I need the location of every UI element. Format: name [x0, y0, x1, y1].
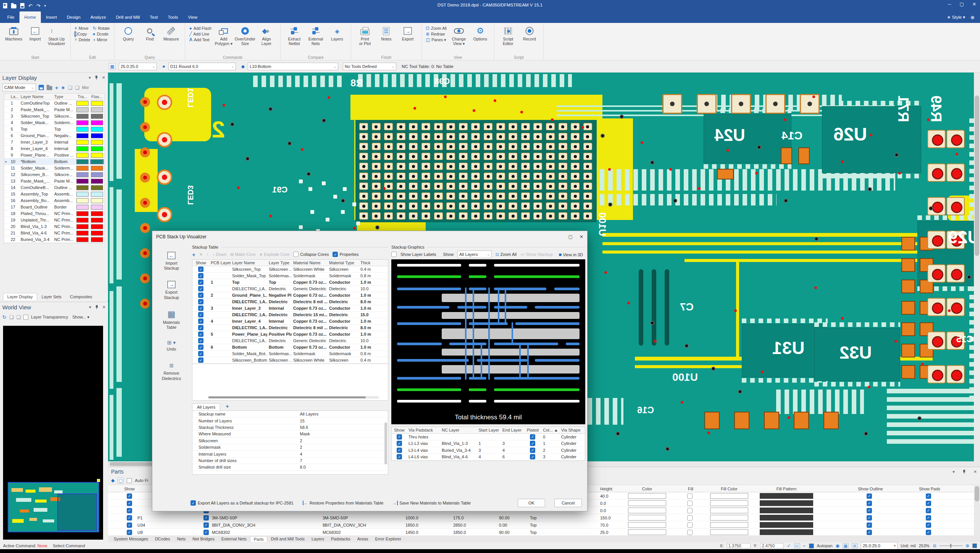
- bottom-tab-external-nets[interactable]: External Nets: [218, 536, 250, 542]
- property-row[interactable]: Silkscreen2: [192, 438, 388, 444]
- dcode-button[interactable]: ●Dcode: [92, 32, 110, 36]
- notes-button[interactable]: Notes: [376, 25, 397, 41]
- fill-pattern-swatch[interactable]: [760, 508, 813, 513]
- layer-row[interactable]: 2Paste_Mask_...Paste M...: [4, 107, 104, 113]
- tab-analyze[interactable]: Analyze: [86, 11, 111, 23]
- stackup-row[interactable]: DIELECTRIC_LA...DielectricDielectric 8 m…: [192, 325, 388, 331]
- import-stackup-button[interactable]: ←Import Stackup: [164, 252, 179, 271]
- add-layer-icon[interactable]: +: [192, 251, 195, 258]
- panes-button[interactable]: ◫Panes ▾: [426, 37, 447, 42]
- layer-row[interactable]: 15Assembly_TopAssemb...: [4, 191, 104, 197]
- restore-properties-button[interactable]: ←Restore Properties from Materials Table: [303, 501, 384, 505]
- parts-row[interactable]: U8MC68302MC683021450.01850.090.00Top25.0: [108, 529, 980, 536]
- fill-pattern-swatch[interactable]: [760, 500, 813, 506]
- plated-checkbox[interactable]: [530, 454, 535, 459]
- show-checkbox[interactable]: [198, 331, 203, 337]
- move-down-icon[interactable]: ↓ Down: [212, 252, 226, 257]
- show-checkbox[interactable]: [198, 306, 203, 311]
- add-line-button[interactable]: ╱Add Line: [189, 32, 211, 36]
- show-outline-checkbox[interactable]: [867, 508, 872, 513]
- add-text-button[interactable]: AAdd Text: [189, 37, 211, 42]
- color-swatch[interactable]: [628, 508, 666, 513]
- trace-color-swatch[interactable]: [76, 159, 89, 164]
- trace-color-swatch[interactable]: [76, 237, 89, 242]
- show-checkbox[interactable]: [198, 293, 203, 298]
- property-row[interactable]: Internal Layers4: [192, 451, 388, 457]
- property-row[interactable]: Stackup Thickness58.6: [192, 424, 388, 431]
- show-outline-checkbox[interactable]: [867, 493, 872, 499]
- show-checkbox[interactable]: [127, 530, 132, 535]
- layer-row[interactable]: 5TopTop: [4, 126, 104, 133]
- pin-icon[interactable]: [962, 470, 966, 474]
- flash-color-swatch[interactable]: [91, 172, 103, 177]
- tab-design[interactable]: Design: [62, 11, 86, 23]
- load-layers-icon[interactable]: [47, 86, 52, 90]
- tab-tools[interactable]: Tools: [163, 11, 183, 23]
- properties-scrollbar[interactable]: [384, 422, 387, 464]
- trace-color-swatch[interactable]: [76, 172, 89, 177]
- paste-view-icon[interactable]: ❏: [16, 314, 21, 320]
- layer-row[interactable]: 17Board_OutlineBorder: [4, 204, 104, 210]
- trace-color-swatch[interactable]: [76, 153, 89, 158]
- export-ipc2581-checkbox[interactable]: [191, 500, 196, 506]
- show-pads-checkbox[interactable]: [926, 530, 931, 535]
- world-view-zoom-rect[interactable]: [57, 493, 97, 531]
- flash-color-swatch[interactable]: [91, 107, 103, 112]
- show-outline-checkbox[interactable]: [867, 515, 872, 521]
- align-layer-button[interactable]: ◆Align Layer: [256, 25, 277, 46]
- fill-color-swatch[interactable]: [710, 508, 748, 513]
- zoom-in-icon[interactable]: ⊕: [965, 543, 969, 548]
- fill-pattern-swatch[interactable]: [760, 529, 813, 535]
- layer-row[interactable]: 4Solder_Mask...Solderm...: [4, 120, 104, 126]
- fill-checkbox[interactable]: [687, 501, 693, 506]
- tools-dropdown[interactable]: No Tools Defined⌄: [343, 63, 396, 70]
- ok-button[interactable]: OK: [518, 499, 545, 507]
- layer-row[interactable]: 7Inner_Layer_3Internal: [4, 139, 104, 146]
- layer-row[interactable]: 11Solder_Mask...Solderm...: [4, 165, 104, 171]
- x-coord-input[interactable]: 1.3750: [727, 543, 751, 548]
- show-checkbox[interactable]: [198, 344, 203, 350]
- show-pads-checkbox[interactable]: [926, 522, 931, 528]
- bottom-tab-net-bridges[interactable]: Net Bridges: [189, 536, 218, 542]
- fill-color-swatch[interactable]: [710, 500, 748, 506]
- show-checkbox[interactable]: [397, 434, 402, 440]
- flash-color-swatch[interactable]: [91, 159, 103, 164]
- fill-checkbox[interactable]: [687, 508, 693, 513]
- layers-button[interactable]: ◈Layers: [326, 25, 348, 41]
- flash-color-swatch[interactable]: [91, 146, 103, 151]
- flash-color-swatch[interactable]: [91, 218, 103, 223]
- save-materials-button[interactable]: →Save New Materials to Materials Table: [392, 501, 471, 505]
- stackup-row[interactable]: 3Inner_Layer_3InternalCopper 0.73 oz...C…: [192, 305, 388, 312]
- fill-pattern-swatch[interactable]: [760, 515, 813, 521]
- zoom-all-icon[interactable]: ⊡ Zoom All: [496, 252, 517, 257]
- select-checkbox[interactable]: [203, 515, 209, 521]
- stackup-row[interactable]: 5Power_Plane_Lay...Positive Pla...Copper…: [192, 331, 388, 338]
- fill-pattern-swatch[interactable]: [760, 493, 813, 499]
- remove-dielectrics-button[interactable]: ≡Remove Dielectrics: [162, 362, 181, 381]
- show-checkbox[interactable]: [198, 312, 203, 317]
- flash-color-swatch[interactable]: [91, 231, 103, 236]
- collapse-cores-checkbox[interactable]: [293, 252, 299, 257]
- stackup-row[interactable]: 2Ground_Plane_L...Negative Pl...Copper 0…: [192, 292, 388, 299]
- status-grid-dropdown[interactable]: 25.0:25.0▾: [861, 542, 898, 550]
- find-button[interactable]: Find: [139, 25, 160, 41]
- layer-row[interactable]: 18Plated_Throu...NC Prim...: [4, 210, 104, 217]
- flash-color-swatch[interactable]: [91, 127, 103, 132]
- trace-color-swatch[interactable]: [76, 140, 89, 145]
- script-editor-button[interactable]: Script Editor: [497, 25, 519, 46]
- bottom-tab-padstacks[interactable]: Padstacks: [328, 536, 354, 542]
- cam-mode-dropdown[interactable]: CAM Mode⌄: [2, 84, 36, 91]
- layer-row[interactable]: 14ComOutlineB...Outline ...: [4, 184, 104, 191]
- add-stackup-tab[interactable]: +: [221, 402, 233, 411]
- fill-checkbox[interactable]: [687, 522, 693, 528]
- delete-layer-icon[interactable]: ✕: [199, 252, 203, 257]
- dialog-close-icon[interactable]: ✕: [580, 234, 583, 239]
- parts-scrollbar[interactable]: [974, 485, 980, 536]
- show-pads-checkbox[interactable]: [926, 508, 931, 513]
- select-checkbox[interactable]: [203, 522, 209, 528]
- flash-color-swatch[interactable]: [91, 185, 103, 190]
- help-globe-icon[interactable]: ⊕: [970, 15, 975, 20]
- panel-menu-icon[interactable]: ▾: [953, 469, 955, 474]
- bottom-tab-dcodes[interactable]: DCodes: [152, 536, 174, 542]
- show-checkbox[interactable]: [198, 267, 203, 272]
